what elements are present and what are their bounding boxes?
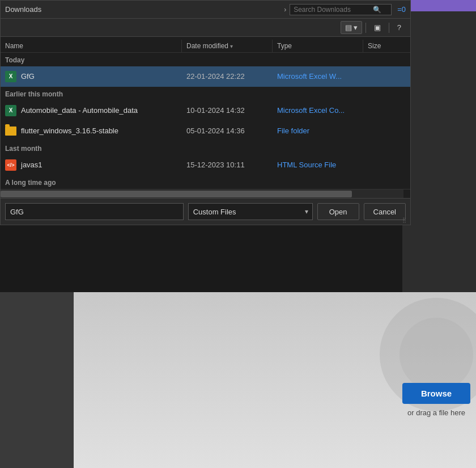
col-type-header[interactable]: Type bbox=[273, 40, 363, 52]
list-view-icon: ▤ bbox=[345, 23, 352, 32]
column-headers: Name Date modified ▾ Type Size bbox=[1, 37, 410, 53]
sort-arrow: ▾ bbox=[230, 43, 233, 49]
table-row[interactable]: flutter_windows_3.16.5-stable05-01-2024 … bbox=[1, 121, 410, 141]
file-list[interactable]: TodayXGfG22-01-2024 22:22Microsoft Excel… bbox=[1, 53, 410, 189]
excel-icon: X bbox=[5, 105, 16, 116]
cancel-button[interactable]: Cancel bbox=[364, 203, 406, 220]
table-row[interactable]: XGfG22-01-2024 22:22Microsoft Excel W... bbox=[1, 66, 410, 87]
breadcrumb-arrow: › bbox=[284, 6, 286, 14]
file-size-cell bbox=[363, 74, 410, 79]
counter-badge: =0 bbox=[397, 5, 406, 14]
dialog-title: Downloads bbox=[5, 5, 280, 14]
filetype-select-wrapper[interactable]: Custom Files All Files Excel Files HTML … bbox=[188, 203, 313, 220]
horizontal-scrollbar[interactable] bbox=[1, 189, 410, 198]
col-size-header[interactable]: Size bbox=[363, 40, 397, 52]
file-date-cell: 05-01-2024 14:36 bbox=[182, 124, 273, 137]
folder-icon bbox=[5, 127, 16, 136]
file-name: javas1 bbox=[21, 161, 42, 169]
watermark-inner-circle bbox=[400, 318, 473, 391]
browse-button[interactable]: Browse bbox=[402, 383, 470, 404]
col-date-header[interactable]: Date modified ▾ bbox=[182, 40, 273, 52]
file-type-cell: Microsoft Excel W... bbox=[273, 70, 363, 83]
help-icon: ? bbox=[397, 23, 401, 32]
search-box[interactable]: 🔍 bbox=[290, 4, 392, 15]
table-row[interactable]: XAutomobile_data - Automobile_data10-01-… bbox=[1, 100, 410, 121]
file-type-cell: File folder bbox=[273, 124, 363, 137]
date-header-label: Date modified bbox=[186, 42, 228, 50]
file-name-cell: XAutomobile_data - Automobile_data bbox=[1, 103, 182, 119]
section-label: Last month bbox=[1, 141, 410, 155]
file-name-cell: </>javas1 bbox=[1, 157, 182, 173]
toolbar: ▤ ▾ ▣ ? bbox=[1, 19, 410, 37]
file-size-cell bbox=[363, 163, 410, 167]
section-label: A long time ago bbox=[1, 175, 410, 189]
bottom-bar: Custom Files All Files Excel Files HTML … bbox=[1, 198, 410, 225]
section-label: Today bbox=[1, 53, 410, 66]
search-input[interactable] bbox=[294, 6, 373, 14]
file-name: GfG bbox=[21, 72, 35, 81]
hscroll-thumb[interactable] bbox=[1, 191, 352, 197]
view-list-button[interactable]: ▤ ▾ bbox=[341, 21, 362, 34]
file-type-cell: Microsoft Excel Co... bbox=[273, 104, 363, 117]
drag-text: or drag a file here bbox=[407, 408, 465, 417]
file-name: Automobile_data - Automobile_data bbox=[21, 106, 138, 115]
open-button[interactable]: Open bbox=[317, 203, 359, 220]
file-name-cell: XGfG bbox=[1, 69, 182, 85]
bottom-left-panel bbox=[0, 292, 74, 468]
toggle-view-icon: ▣ bbox=[374, 23, 381, 32]
excel-icon: X bbox=[5, 71, 16, 82]
col-name-header[interactable]: Name bbox=[1, 40, 182, 52]
file-name-cell: flutter_windows_3.16.5-stable bbox=[1, 124, 182, 138]
file-size-cell bbox=[363, 108, 410, 113]
type-header-label: Type bbox=[277, 42, 292, 50]
filetype-select[interactable]: Custom Files All Files Excel Files HTML … bbox=[188, 203, 313, 220]
title-bar: Downloads › 🔍 =0 bbox=[1, 1, 410, 19]
file-date-cell: 22-01-2024 22:22 bbox=[182, 70, 273, 83]
toolbar-separator-2 bbox=[389, 23, 389, 33]
action-buttons: Open Cancel bbox=[317, 203, 406, 220]
help-button[interactable]: ? bbox=[393, 21, 406, 34]
filename-input[interactable] bbox=[5, 203, 184, 220]
view-toggle-button[interactable]: ▣ bbox=[369, 21, 385, 34]
file-date-cell: 15-12-2023 10:11 bbox=[182, 158, 273, 171]
html-icon: </> bbox=[5, 159, 16, 171]
resize-handle[interactable]: ⣿ bbox=[402, 217, 409, 224]
toolbar-separator bbox=[366, 23, 366, 33]
search-icon: 🔍 bbox=[373, 6, 381, 14]
section-label: Earlier this month bbox=[1, 87, 410, 100]
file-date-cell: 10-01-2024 14:32 bbox=[182, 104, 273, 117]
file-size-cell bbox=[363, 129, 410, 133]
hscroll-track bbox=[1, 189, 403, 198]
file-name: flutter_windows_3.16.5-stable bbox=[21, 127, 118, 135]
file-type-cell: HTML Source File bbox=[273, 158, 363, 171]
purple-accent bbox=[402, 0, 476, 11]
view-dropdown-arrow: ▾ bbox=[354, 23, 358, 32]
name-header-label: Name bbox=[5, 42, 23, 50]
table-row[interactable]: </>javas115-12-2023 10:11HTML Source Fil… bbox=[1, 155, 410, 175]
browse-area: Browse or drag a file here bbox=[402, 383, 470, 417]
size-header-label: Size bbox=[368, 42, 381, 50]
file-dialog: Downloads › 🔍 =0 ▤ ▾ ▣ ? Name Date modif… bbox=[0, 0, 411, 225]
